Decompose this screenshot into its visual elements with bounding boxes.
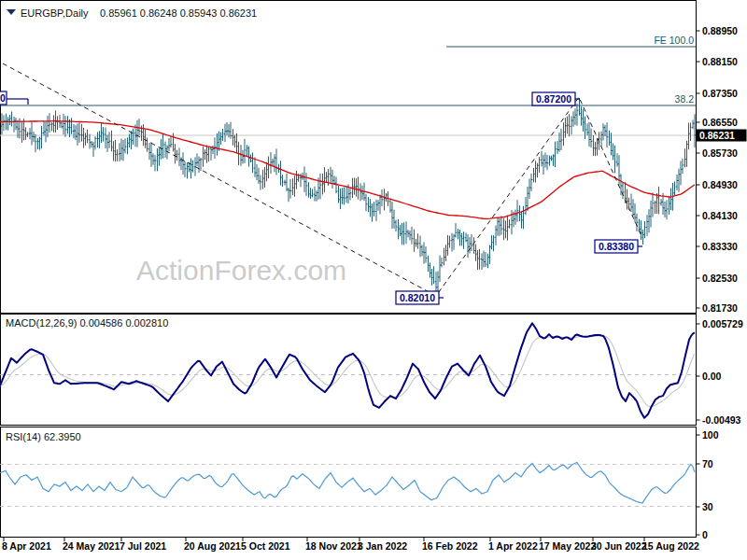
macd-panel-title: MACD(12,26,9) 0.004586 0.002810 bbox=[6, 317, 168, 329]
date-axis-label: 3 Jan 2022 bbox=[358, 540, 407, 552]
fib-38-2-label: 38.2 bbox=[675, 93, 695, 105]
date-axis-label: 17 May 2022 bbox=[539, 540, 596, 552]
price-axis-label: 0.87350 bbox=[702, 88, 738, 99]
date-axis-label: 7 Jul 2021 bbox=[120, 540, 166, 552]
date-axis-label: 24 May 2021 bbox=[63, 540, 120, 552]
date-axis-label: 18 Nov 2021 bbox=[305, 540, 362, 552]
rsi-axis-label: 30 bbox=[702, 501, 713, 512]
rsi-axis[interactable]: 10070300 bbox=[697, 429, 719, 540]
rsi-panel-title: RSI(14) 62.3950 bbox=[6, 431, 81, 442]
macd-panel[interactable] bbox=[1, 315, 697, 426]
rsi-axis-label: 100 bbox=[702, 429, 719, 441]
price-axis-label: 0.84130 bbox=[702, 210, 738, 221]
macd-axis[interactable]: 0.0057290.00-0.00493 bbox=[697, 318, 743, 426]
date-axis-label: 5 Oct 2021 bbox=[241, 540, 290, 552]
macd-axis-label: -0.00493 bbox=[702, 414, 741, 426]
window-title-symbol: EURGBP,Daily bbox=[21, 7, 89, 19]
rsi-axis-label: 0 bbox=[702, 529, 708, 540]
window-title-ohlc: 0.85961 0.86248 0.85943 0.86231 bbox=[100, 7, 257, 19]
price-axis[interactable]: 0.889500.881500.873500.865500.857300.849… bbox=[697, 25, 747, 314]
macd-axis-label: 0.00 bbox=[702, 371, 722, 382]
date-axis-label: 16 Feb 2022 bbox=[422, 540, 478, 552]
rsi-axis-label: 70 bbox=[702, 458, 713, 469]
price-axis-label: 0.82530 bbox=[702, 273, 738, 284]
macd-axis-label: 0.005729 bbox=[702, 318, 743, 329]
date-axis-label: 20 Aug 2021 bbox=[184, 540, 241, 552]
date-axis-label: 30 Jun 2022 bbox=[591, 540, 647, 552]
price-axis-label: 0.86550 bbox=[702, 117, 738, 128]
date-axis-label: 8 Apr 2021 bbox=[2, 540, 51, 552]
price-axis-label: 0.88150 bbox=[702, 56, 738, 67]
left-edge-price-label: 0 bbox=[0, 92, 6, 104]
current-price-tag: 0.86231 bbox=[699, 130, 735, 141]
price-axis-label: 0.85730 bbox=[702, 147, 738, 159]
price-axis-label: 0.84930 bbox=[702, 179, 738, 190]
swing-price-label: 0.87200 bbox=[536, 93, 571, 105]
swing-price-label: 0.83380 bbox=[599, 241, 634, 252]
date-axis-label: 15 Aug 2022 bbox=[642, 540, 699, 552]
main-price-panel[interactable] bbox=[1, 1, 697, 314]
fe-100-label: FE 100.0 bbox=[654, 35, 694, 46]
price-axis-label: 0.81730 bbox=[702, 302, 738, 314]
watermark: ActionForex.com bbox=[136, 255, 346, 286]
chart-canvas[interactable]: ActionForex.com 0.872000.833800.820100 0… bbox=[0, 0, 747, 560]
price-axis-label: 0.88950 bbox=[702, 25, 738, 36]
swing-price-label: 0.82010 bbox=[400, 292, 435, 303]
date-axis[interactable]: 8 Apr 202124 May 20217 Jul 202120 Aug 20… bbox=[2, 538, 699, 553]
date-axis-label: 1 Apr 2022 bbox=[488, 540, 538, 552]
price-axis-label: 0.83330 bbox=[702, 241, 738, 252]
chart-window: ActionForex.com 0.872000.833800.820100 0… bbox=[0, 0, 747, 560]
